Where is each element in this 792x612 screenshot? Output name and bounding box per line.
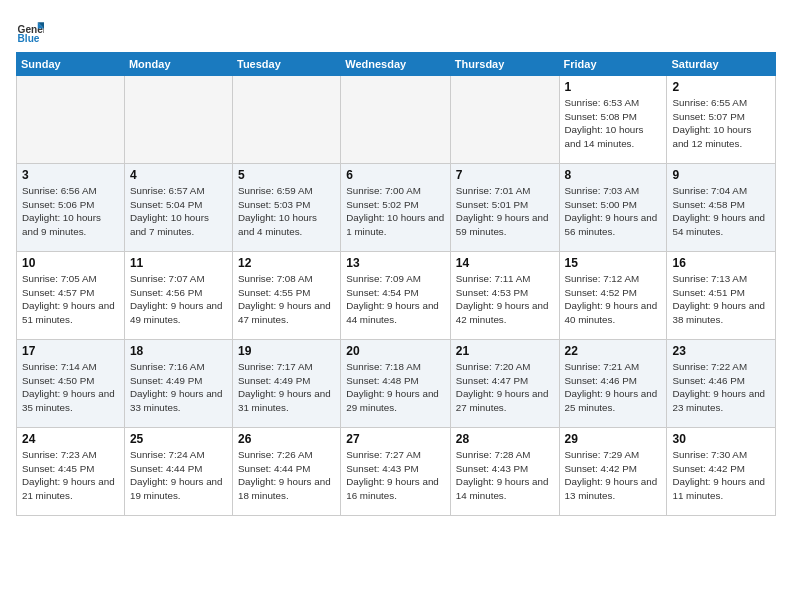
day-number: 12 [238, 256, 335, 270]
calendar-cell: 15Sunrise: 7:12 AM Sunset: 4:52 PM Dayli… [559, 252, 667, 340]
calendar-cell: 27Sunrise: 7:27 AM Sunset: 4:43 PM Dayli… [341, 428, 451, 516]
logo: General Blue [16, 16, 48, 44]
calendar-cell: 25Sunrise: 7:24 AM Sunset: 4:44 PM Dayli… [124, 428, 232, 516]
calendar-table: SundayMondayTuesdayWednesdayThursdayFrid… [16, 52, 776, 516]
weekday-header-thursday: Thursday [450, 53, 559, 76]
calendar-cell [450, 76, 559, 164]
day-number: 5 [238, 168, 335, 182]
weekday-header-wednesday: Wednesday [341, 53, 451, 76]
day-info: Sunrise: 7:03 AM Sunset: 5:00 PM Dayligh… [565, 184, 662, 239]
day-info: Sunrise: 7:14 AM Sunset: 4:50 PM Dayligh… [22, 360, 119, 415]
day-number: 22 [565, 344, 662, 358]
calendar-cell: 3Sunrise: 6:56 AM Sunset: 5:06 PM Daylig… [17, 164, 125, 252]
calendar-cell [341, 76, 451, 164]
calendar-cell: 19Sunrise: 7:17 AM Sunset: 4:49 PM Dayli… [233, 340, 341, 428]
day-number: 17 [22, 344, 119, 358]
day-info: Sunrise: 7:16 AM Sunset: 4:49 PM Dayligh… [130, 360, 227, 415]
day-number: 13 [346, 256, 445, 270]
calendar-cell: 5Sunrise: 6:59 AM Sunset: 5:03 PM Daylig… [233, 164, 341, 252]
day-info: Sunrise: 7:29 AM Sunset: 4:42 PM Dayligh… [565, 448, 662, 503]
calendar-cell: 17Sunrise: 7:14 AM Sunset: 4:50 PM Dayli… [17, 340, 125, 428]
day-info: Sunrise: 7:22 AM Sunset: 4:46 PM Dayligh… [672, 360, 770, 415]
day-info: Sunrise: 7:08 AM Sunset: 4:55 PM Dayligh… [238, 272, 335, 327]
day-info: Sunrise: 7:12 AM Sunset: 4:52 PM Dayligh… [565, 272, 662, 327]
calendar-cell: 7Sunrise: 7:01 AM Sunset: 5:01 PM Daylig… [450, 164, 559, 252]
calendar-cell: 4Sunrise: 6:57 AM Sunset: 5:04 PM Daylig… [124, 164, 232, 252]
weekday-header-friday: Friday [559, 53, 667, 76]
day-number: 27 [346, 432, 445, 446]
calendar-cell: 11Sunrise: 7:07 AM Sunset: 4:56 PM Dayli… [124, 252, 232, 340]
calendar-week-row: 24Sunrise: 7:23 AM Sunset: 4:45 PM Dayli… [17, 428, 776, 516]
weekday-header-tuesday: Tuesday [233, 53, 341, 76]
day-number: 15 [565, 256, 662, 270]
day-number: 21 [456, 344, 554, 358]
svg-text:Blue: Blue [18, 33, 40, 44]
day-info: Sunrise: 7:09 AM Sunset: 4:54 PM Dayligh… [346, 272, 445, 327]
day-number: 28 [456, 432, 554, 446]
day-info: Sunrise: 6:57 AM Sunset: 5:04 PM Dayligh… [130, 184, 227, 239]
day-number: 23 [672, 344, 770, 358]
day-info: Sunrise: 7:13 AM Sunset: 4:51 PM Dayligh… [672, 272, 770, 327]
calendar-cell: 26Sunrise: 7:26 AM Sunset: 4:44 PM Dayli… [233, 428, 341, 516]
calendar-cell: 13Sunrise: 7:09 AM Sunset: 4:54 PM Dayli… [341, 252, 451, 340]
calendar-week-row: 17Sunrise: 7:14 AM Sunset: 4:50 PM Dayli… [17, 340, 776, 428]
day-number: 8 [565, 168, 662, 182]
day-info: Sunrise: 6:59 AM Sunset: 5:03 PM Dayligh… [238, 184, 335, 239]
day-info: Sunrise: 7:24 AM Sunset: 4:44 PM Dayligh… [130, 448, 227, 503]
calendar-cell: 9Sunrise: 7:04 AM Sunset: 4:58 PM Daylig… [667, 164, 776, 252]
day-number: 7 [456, 168, 554, 182]
day-number: 24 [22, 432, 119, 446]
day-number: 20 [346, 344, 445, 358]
day-number: 10 [22, 256, 119, 270]
calendar-cell: 1Sunrise: 6:53 AM Sunset: 5:08 PM Daylig… [559, 76, 667, 164]
day-info: Sunrise: 6:55 AM Sunset: 5:07 PM Dayligh… [672, 96, 770, 151]
day-number: 26 [238, 432, 335, 446]
day-info: Sunrise: 7:05 AM Sunset: 4:57 PM Dayligh… [22, 272, 119, 327]
calendar-cell: 23Sunrise: 7:22 AM Sunset: 4:46 PM Dayli… [667, 340, 776, 428]
day-number: 16 [672, 256, 770, 270]
calendar-cell: 6Sunrise: 7:00 AM Sunset: 5:02 PM Daylig… [341, 164, 451, 252]
day-info: Sunrise: 7:23 AM Sunset: 4:45 PM Dayligh… [22, 448, 119, 503]
calendar-cell [233, 76, 341, 164]
calendar-cell: 12Sunrise: 7:08 AM Sunset: 4:55 PM Dayli… [233, 252, 341, 340]
calendar-cell [17, 76, 125, 164]
day-number: 29 [565, 432, 662, 446]
day-info: Sunrise: 7:00 AM Sunset: 5:02 PM Dayligh… [346, 184, 445, 239]
calendar-cell: 24Sunrise: 7:23 AM Sunset: 4:45 PM Dayli… [17, 428, 125, 516]
day-info: Sunrise: 7:17 AM Sunset: 4:49 PM Dayligh… [238, 360, 335, 415]
calendar-week-row: 3Sunrise: 6:56 AM Sunset: 5:06 PM Daylig… [17, 164, 776, 252]
day-number: 18 [130, 344, 227, 358]
day-number: 11 [130, 256, 227, 270]
day-info: Sunrise: 7:28 AM Sunset: 4:43 PM Dayligh… [456, 448, 554, 503]
calendar-week-row: 10Sunrise: 7:05 AM Sunset: 4:57 PM Dayli… [17, 252, 776, 340]
logo-icon: General Blue [16, 16, 44, 44]
day-info: Sunrise: 6:53 AM Sunset: 5:08 PM Dayligh… [565, 96, 662, 151]
day-number: 1 [565, 80, 662, 94]
calendar-cell: 21Sunrise: 7:20 AM Sunset: 4:47 PM Dayli… [450, 340, 559, 428]
day-number: 4 [130, 168, 227, 182]
page-header: General Blue [16, 16, 776, 44]
calendar-cell: 28Sunrise: 7:28 AM Sunset: 4:43 PM Dayli… [450, 428, 559, 516]
day-info: Sunrise: 6:56 AM Sunset: 5:06 PM Dayligh… [22, 184, 119, 239]
calendar-cell: 30Sunrise: 7:30 AM Sunset: 4:42 PM Dayli… [667, 428, 776, 516]
calendar-cell: 16Sunrise: 7:13 AM Sunset: 4:51 PM Dayli… [667, 252, 776, 340]
calendar-cell: 10Sunrise: 7:05 AM Sunset: 4:57 PM Dayli… [17, 252, 125, 340]
weekday-header-monday: Monday [124, 53, 232, 76]
day-info: Sunrise: 7:18 AM Sunset: 4:48 PM Dayligh… [346, 360, 445, 415]
day-number: 25 [130, 432, 227, 446]
weekday-header-saturday: Saturday [667, 53, 776, 76]
day-number: 2 [672, 80, 770, 94]
day-info: Sunrise: 7:07 AM Sunset: 4:56 PM Dayligh… [130, 272, 227, 327]
calendar-cell: 20Sunrise: 7:18 AM Sunset: 4:48 PM Dayli… [341, 340, 451, 428]
calendar-week-row: 1Sunrise: 6:53 AM Sunset: 5:08 PM Daylig… [17, 76, 776, 164]
day-info: Sunrise: 7:30 AM Sunset: 4:42 PM Dayligh… [672, 448, 770, 503]
day-number: 6 [346, 168, 445, 182]
day-info: Sunrise: 7:11 AM Sunset: 4:53 PM Dayligh… [456, 272, 554, 327]
day-number: 3 [22, 168, 119, 182]
calendar-cell [124, 76, 232, 164]
day-info: Sunrise: 7:27 AM Sunset: 4:43 PM Dayligh… [346, 448, 445, 503]
day-number: 9 [672, 168, 770, 182]
day-number: 30 [672, 432, 770, 446]
day-number: 14 [456, 256, 554, 270]
calendar-cell: 2Sunrise: 6:55 AM Sunset: 5:07 PM Daylig… [667, 76, 776, 164]
